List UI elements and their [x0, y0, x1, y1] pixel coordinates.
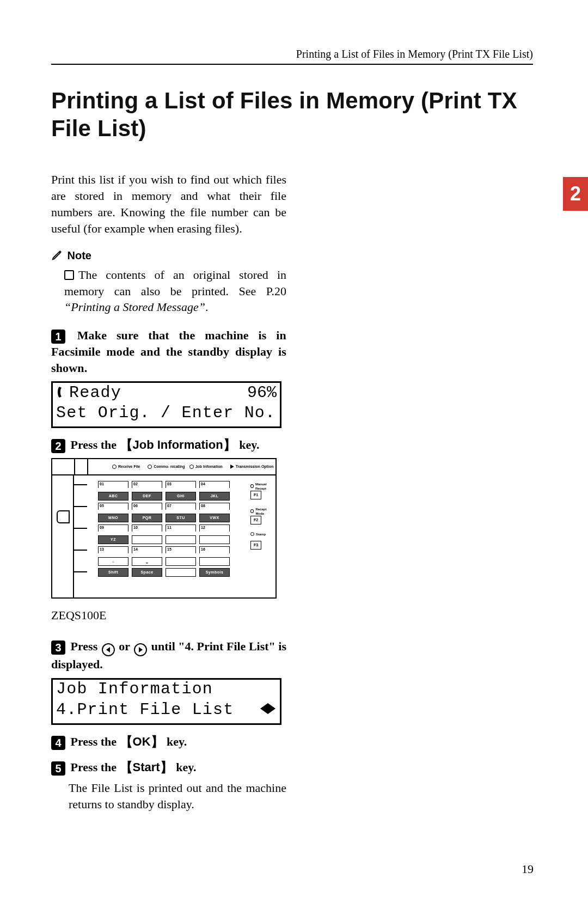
blank-key — [199, 557, 230, 566]
symbols-key: Symbols — [199, 568, 230, 577]
right-bracket-icon: 】 — [223, 437, 236, 452]
handset-icon — [56, 386, 67, 399]
keypad-grid: 01020304ABCDEFGHIJKL05060708MNOPQRSTUVWX… — [98, 481, 229, 577]
shift-key: Shift — [98, 568, 128, 577]
letter-key: YZ — [98, 535, 128, 544]
step-4-pre: Press the — [71, 735, 120, 748]
right-arrow-button-icon — [134, 643, 147, 656]
indicator-receive-file: Receive File — [112, 464, 140, 469]
key-number: 14 — [132, 546, 162, 553]
blank-key — [166, 535, 196, 544]
letter-key: PQR — [132, 514, 162, 522]
letter-key: GHI — [166, 492, 196, 501]
letter-key: DEF — [132, 492, 162, 501]
note-label: Note — [68, 249, 91, 261]
keypad-illustration: Receive File Commu- nicating Job Infomat… — [51, 458, 277, 599]
step-badge-3: 3 — [51, 640, 65, 655]
indicator-job-info: Job Infomation — [189, 464, 223, 469]
letter-key: MNO — [98, 514, 128, 522]
key-number: 05 — [98, 503, 128, 510]
left-column: Print this list if you wish to find out … — [51, 172, 286, 812]
space-key: Space — [132, 568, 162, 577]
step-badge-5: 5 — [51, 761, 65, 776]
key-number: 06 — [132, 503, 162, 510]
key-number: 15 — [166, 546, 196, 553]
start-key: Start — [133, 760, 160, 774]
step-3-mid: or — [119, 639, 133, 653]
step-2-pre: Press the — [71, 438, 120, 452]
key-number: 12 — [199, 524, 230, 532]
step-badge-2: 2 — [51, 439, 65, 453]
panel-top-row: Receive File Commu- nicating Job Infomat… — [52, 459, 275, 475]
panel-slot-icon — [57, 510, 70, 523]
indicator-reception-mode: Recept Mode — [250, 507, 273, 516]
pencil-icon — [51, 249, 63, 261]
letter-key: VWX — [199, 514, 230, 522]
right-bracket-icon-2: 】 — [151, 734, 164, 749]
panel-left-rail — [74, 475, 87, 597]
step-badge-1: 1 — [51, 330, 65, 344]
indicator-manual-reception: Manual Recept — [250, 482, 273, 491]
redial-key-icon: ⌂ — [98, 557, 128, 566]
intro-paragraph: Print this list if you wish to find out … — [51, 172, 286, 236]
key-number: 04 — [199, 481, 230, 488]
lcd2-line1: Job Information — [56, 681, 213, 697]
key-number: 11 — [166, 524, 196, 532]
blank-key — [132, 535, 162, 544]
step-1: 1 Make sure that the machine is in Facsi… — [51, 327, 286, 376]
illustration-code: ZEQS100E — [51, 607, 286, 624]
left-bracket-icon: 【 — [120, 437, 133, 452]
blank-key — [166, 557, 196, 566]
lcd1-ready: Ready — [69, 383, 121, 402]
lcd1-percent: 96% — [247, 385, 277, 401]
note-heading: Note — [51, 247, 286, 264]
step-5: 5 Press the 【Start】 key. — [51, 758, 286, 776]
blank-key — [199, 535, 230, 544]
indicator-transmission-option: Transmission Option — [230, 464, 274, 469]
letter-key: JKL — [199, 492, 230, 501]
blank-key — [166, 568, 196, 577]
key-number: 02 — [132, 481, 162, 488]
job-information-key: Job Information — [133, 438, 223, 452]
key-number: 01 — [98, 481, 128, 488]
lcd1-row1: Ready 96% — [56, 384, 277, 402]
running-head: Printing a List of Files in Memory (Prin… — [51, 48, 533, 65]
letter-key: ABC — [98, 492, 128, 501]
left-arrow-button-icon — [102, 643, 115, 656]
step-2-post: key. — [236, 438, 260, 452]
note-ref: “Printing a Stored Message” — [64, 300, 205, 314]
panel-left-edge — [52, 475, 74, 597]
key-number: 13 — [98, 546, 128, 553]
left-right-arrows-icon — [260, 703, 277, 714]
note-body: The contents of an original stored in me… — [64, 267, 286, 315]
note-text-2: . — [205, 300, 209, 314]
left-bracket-icon-2: 【 — [120, 734, 133, 749]
step-4-post: key. — [164, 735, 187, 748]
outro-paragraph: The File List is printed out and the mac… — [69, 780, 286, 812]
keypad-illustration-wrap: Receive File Commu- nicating Job Infomat… — [51, 458, 286, 633]
step-badge-4: 4 — [51, 736, 65, 750]
indicator-communicating: Commu- nicating — [148, 464, 185, 469]
panel-right-column: Manual Recept F1 Recept Mode F2 Stamp F3 — [248, 475, 275, 597]
page-title: Printing a List of Files in Memory (Prin… — [51, 87, 533, 142]
page-number: 19 — [522, 862, 534, 876]
page-content: Printing a List of Files in Memory (Prin… — [51, 48, 533, 812]
ok-key: OK — [133, 735, 151, 748]
key-number: 08 — [199, 503, 230, 510]
step-2: 2 Press the 【Job Information】 key. — [51, 436, 286, 453]
key-number: 16 — [199, 546, 230, 553]
chapter-tab: 2 — [563, 177, 588, 211]
left-bracket-icon-3: 【 — [120, 760, 133, 774]
f1-key: F1 — [250, 491, 261, 499]
step-5-pre: Press the — [71, 760, 120, 774]
lcd2-line2: 4.Print File List — [56, 701, 234, 718]
step-3-pre: Press — [71, 639, 101, 653]
note-bullet-icon — [64, 270, 74, 280]
key-number: 10 — [132, 524, 162, 532]
f3-key: F3 — [250, 541, 261, 550]
lcd-display-1: Ready 96% Set Orig. / Enter No. — [51, 381, 281, 428]
step-5-post: key. — [173, 760, 197, 774]
key-number: 03 — [166, 481, 196, 488]
key-number: 09 — [98, 524, 128, 532]
lcd1-row2: Set Orig. / Enter No. — [56, 405, 277, 423]
